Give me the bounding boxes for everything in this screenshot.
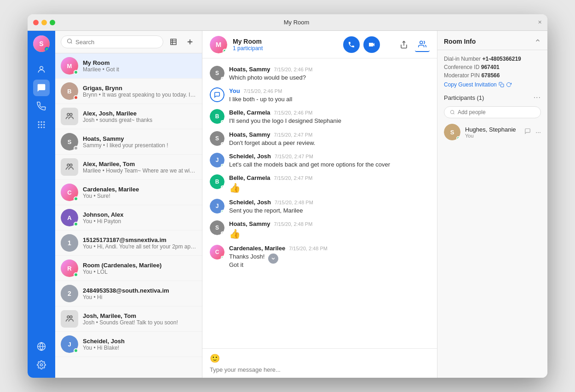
contact-preview: You • Hi, Andi. You're all set for your … bbox=[83, 243, 196, 250]
contact-book-icon[interactable] bbox=[167, 35, 180, 48]
sidebar-item-contacts[interactable] bbox=[33, 61, 50, 78]
participants-more-button[interactable]: ··· bbox=[534, 93, 541, 102]
message-content: You 7/15/20, 2:46 PM I like both - up to… bbox=[229, 87, 430, 104]
share-button[interactable] bbox=[397, 37, 411, 52]
room-info-button[interactable] bbox=[415, 37, 430, 52]
message-text: I like both - up to you all bbox=[229, 95, 430, 104]
message-group: C Cardenales, Marilee 7/15/20, 2:48 PM T… bbox=[210, 245, 430, 269]
message-content: Belle, Carmela 7/15/20, 2:47 PM 👍 bbox=[229, 174, 430, 193]
message-avatar: C bbox=[210, 245, 224, 259]
message-sender: Scheidel, Josh bbox=[229, 153, 271, 160]
participant-more-button[interactable]: ··· bbox=[535, 128, 541, 136]
sidebar-item-settings[interactable] bbox=[33, 357, 50, 373]
contact-item[interactable]: R Room (Cardenales, Marilee) You • LOL bbox=[55, 256, 202, 281]
contact-item[interactable]: Alex, Marilee, Tom Marilee • Howdy Team~… bbox=[55, 155, 202, 180]
conference-label: Conference ID bbox=[444, 64, 479, 70]
message-group: S Hoats, Sammy 7/15/20, 2:48 PM 👍 bbox=[210, 220, 430, 239]
user-avatar[interactable]: S bbox=[33, 35, 50, 52]
scroll-down-button[interactable] bbox=[268, 254, 278, 264]
message-input[interactable] bbox=[210, 366, 430, 373]
contact-item[interactable]: 2 2484953538@south.nextiva.im You • Hi bbox=[55, 281, 202, 306]
svg-point-26 bbox=[420, 41, 423, 44]
contact-item[interactable]: Alex, Josh, Marilee Josh • sounds great~… bbox=[55, 104, 202, 129]
contact-avatar: 2 bbox=[61, 285, 78, 302]
message-time: 7/15/20, 2:47 PM bbox=[274, 175, 313, 181]
copy-guest-invitation-button[interactable]: Copy Guest Invitation bbox=[444, 81, 541, 88]
contact-item[interactable]: Josh, Marilee, Tom Josh • Sounds Great! … bbox=[55, 306, 202, 332]
message-group: J Scheidel, Josh 7/15/20, 2:47 PM Let's … bbox=[210, 153, 430, 169]
contact-info: 15125173187@smsnextiva.im You • Hi, Andi… bbox=[83, 236, 196, 250]
emoji-button[interactable]: 🙂 bbox=[210, 353, 220, 363]
traffic-light-red[interactable] bbox=[33, 20, 39, 25]
message-sender: You bbox=[229, 87, 240, 94]
message-content: Cardenales, Marilee 7/15/20, 2:48 PM Tha… bbox=[229, 245, 430, 269]
contact-preview: You • Sure! bbox=[83, 193, 196, 199]
message-content: Belle, Carmela 7/15/20, 2:46 PM I'll sen… bbox=[229, 109, 430, 125]
contact-info: Alex, Josh, Marilee Josh • sounds great~… bbox=[83, 110, 196, 123]
msg-status-dot bbox=[221, 210, 224, 213]
traffic-light-green[interactable] bbox=[50, 20, 55, 25]
contact-preview: You • LOL bbox=[83, 269, 196, 275]
svg-line-13 bbox=[71, 42, 72, 43]
sidebar-nav: S bbox=[28, 31, 55, 378]
call-button[interactable] bbox=[343, 36, 360, 53]
message-meta: Belle, Carmela 7/15/20, 2:47 PM bbox=[229, 174, 430, 181]
svg-point-28 bbox=[450, 110, 454, 114]
contact-info: Cardenales, Marilee You • Sure! bbox=[83, 186, 196, 199]
add-contact-button[interactable] bbox=[184, 35, 196, 48]
contact-item[interactable]: 1 15125173187@smsnextiva.im You • Hi, An… bbox=[55, 231, 202, 256]
window-close-icon[interactable]: ✕ bbox=[538, 19, 542, 25]
contact-item[interactable]: A Johnson, Alex You • Hi Payton bbox=[55, 205, 202, 231]
collapse-panel-button[interactable] bbox=[535, 37, 541, 45]
contact-item[interactable]: M My Room Marilee • Got it bbox=[55, 53, 202, 79]
participant-status-dot bbox=[456, 136, 460, 140]
add-people-input[interactable] bbox=[458, 109, 535, 115]
contact-info: Grigas, Brynn Brynn • It was great speak… bbox=[83, 85, 196, 98]
svg-point-21 bbox=[67, 164, 69, 166]
app-window: My Room ✕ S bbox=[28, 14, 547, 378]
message-text: 👍 bbox=[229, 228, 430, 239]
contacts-panel: M My Room Marilee • Got it B bbox=[55, 31, 202, 378]
group-avatar bbox=[61, 108, 78, 125]
contact-preview: You • Hi Blake! bbox=[83, 345, 196, 351]
participants-label: Participants (1) bbox=[444, 94, 484, 101]
add-people-search[interactable] bbox=[444, 106, 541, 118]
search-input[interactable] bbox=[75, 39, 157, 46]
status-dot bbox=[223, 49, 227, 53]
message-meta: Hoats, Sammy 7/15/20, 2:46 PM bbox=[229, 66, 430, 73]
svg-point-19 bbox=[67, 113, 69, 115]
message-content: Hoats, Sammy 7/15/20, 2:47 PM Don't forg… bbox=[229, 131, 430, 147]
traffic-light-yellow[interactable] bbox=[41, 20, 47, 25]
sidebar-item-messages[interactable] bbox=[33, 80, 50, 96]
contacts-header bbox=[55, 31, 202, 53]
message-sender: Hoats, Sammy bbox=[229, 131, 270, 138]
message-avatar: J bbox=[210, 199, 224, 213]
status-dot bbox=[74, 196, 78, 201]
contact-avatar: J bbox=[61, 335, 78, 353]
contact-info: Alex, Marilee, Tom Marilee • Howdy Team~… bbox=[83, 161, 196, 174]
message-meta: Hoats, Sammy 7/15/20, 2:47 PM bbox=[229, 131, 430, 138]
contact-name: Grigas, Brynn bbox=[83, 85, 196, 92]
copy-guest-label: Copy Guest Invitation bbox=[444, 81, 497, 88]
contact-item[interactable]: J Scheidel, Josh You • Hi Blake! bbox=[55, 332, 202, 357]
contact-item[interactable]: S Hoats, Sammy Sammy • I liked your pres… bbox=[55, 129, 202, 155]
contact-item[interactable]: B Grigas, Brynn Brynn • It was great spe… bbox=[55, 79, 202, 104]
svg-point-8 bbox=[40, 127, 42, 128]
online-status-dot bbox=[45, 47, 49, 52]
video-button[interactable] bbox=[363, 36, 380, 53]
contact-info: Hoats, Sammy Sammy • I liked your presen… bbox=[83, 135, 196, 149]
sidebar-item-apps[interactable] bbox=[33, 116, 50, 133]
search-bar[interactable] bbox=[61, 35, 163, 48]
participant-message-button[interactable] bbox=[524, 128, 531, 136]
sidebar-item-globe[interactable] bbox=[33, 338, 50, 355]
participant-count: 1 participant bbox=[233, 45, 338, 52]
svg-point-20 bbox=[70, 113, 72, 115]
sidebar-item-calls[interactable] bbox=[33, 98, 50, 115]
message-text: Sent you the report, Marilee bbox=[229, 207, 430, 215]
contact-item[interactable]: C Cardenales, Marilee You • Sure! bbox=[55, 180, 202, 205]
title-bar: My Room ✕ bbox=[28, 14, 547, 31]
chat-header: M My Room 1 participant bbox=[202, 31, 437, 58]
status-dot bbox=[74, 146, 78, 150]
message-sender: Belle, Carmela bbox=[229, 174, 270, 181]
chat-room-avatar: M bbox=[210, 36, 227, 53]
